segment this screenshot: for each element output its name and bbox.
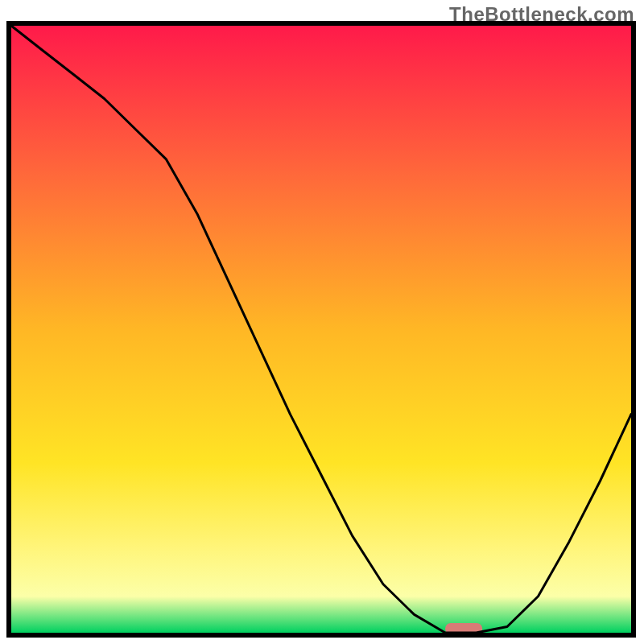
chart-container: TheBottleneck.com <box>0 0 644 644</box>
watermark-text: TheBottleneck.com <box>449 3 634 26</box>
plot-background <box>11 26 631 633</box>
chart-svg <box>0 0 644 644</box>
